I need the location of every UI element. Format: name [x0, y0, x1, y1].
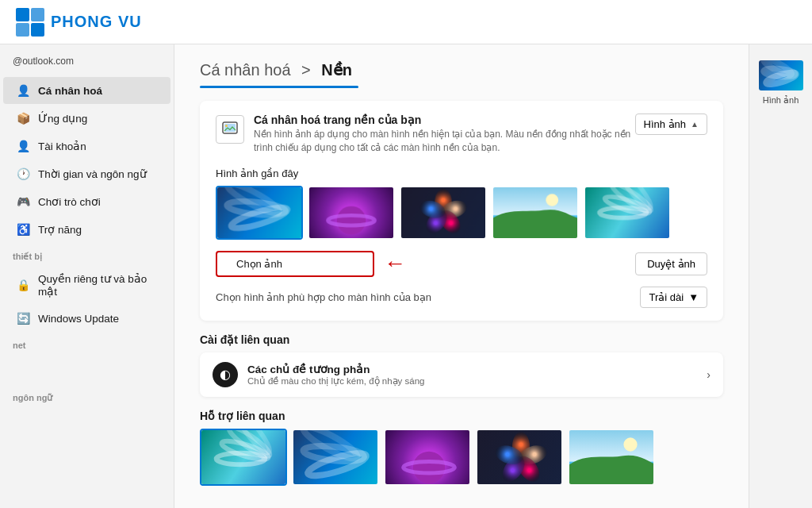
sidebar-item-tai-khoan[interactable]: 👤 Tài khoản — [3, 133, 170, 160]
fit-dropdown[interactable]: Trải dài ▼ — [640, 287, 707, 308]
tai-khoan-icon: 👤 — [16, 139, 30, 153]
sidebar-item-quyen-rieng-tu-label: Quyền riêng tư và bảo mật — [38, 272, 158, 298]
fit-option-label: Trải dài — [649, 291, 684, 303]
chevron-down-icon: ▼ — [688, 291, 699, 303]
sidebar-item-choi-tro-choi[interactable]: 🎮 Chơi trò chơi — [3, 188, 170, 215]
windows-update-icon: 🔄 — [16, 311, 30, 325]
related-section-label: Cài đặt liên quan — [200, 333, 723, 346]
sidebar-item-windows-update[interactable]: 🔄 Windows Update — [3, 305, 170, 332]
bg-section-left: Cá nhân hoá trang nền của bạn Nền hình ả… — [216, 114, 634, 155]
page-title-bar: Cá nhân hoá > Nền — [174, 44, 749, 88]
content-area: Cá nhân hoá > Nền — [174, 44, 749, 508]
svg-point-6 — [225, 125, 228, 127]
right-panel-thumb — [759, 60, 803, 90]
sidebar-bottom-label: ngôn ngữ — [0, 385, 174, 406]
right-panel-label: Hình ảnh — [763, 95, 799, 106]
ca-nhan-hoa-icon: 👤 — [16, 83, 30, 98]
svg-rect-1 — [31, 8, 44, 21]
svg-rect-3 — [31, 23, 44, 37]
related-item-title: Các chủ đề tương phản — [247, 363, 424, 375]
bg-section-text: Cá nhân hoá trang nền của bạn Nền hình ả… — [254, 114, 634, 155]
ung-dung-icon: 📦 — [16, 111, 30, 125]
recent-images-row — [216, 186, 707, 240]
bg-section-description: Nền hình ảnh áp dụng cho màn hình nền hi… — [254, 128, 634, 155]
choose-photo-button[interactable]: Chọn ảnh — [216, 251, 374, 277]
sidebar-item-ung-dung-label: Ứng dụng — [38, 112, 87, 125]
recent-thumb-4[interactable] — [492, 186, 579, 240]
recent-images-label: Hình ảnh gần đây — [216, 167, 707, 179]
sidebar-section-net: net — [0, 333, 174, 353]
related-item-contrast[interactable]: ◐ Các chủ đề tương phản Chủ đề màu cho t… — [200, 352, 723, 397]
recent-thumb-5[interactable] — [584, 186, 671, 240]
choi-tro-choi-icon: 🎮 — [16, 194, 30, 209]
sidebar-item-windows-update-label: Windows Update — [38, 313, 119, 325]
related-item-description: Chủ đề màu cho thị lực kém, độ nhạy sáng — [247, 375, 424, 387]
bg-type-dropdown[interactable]: Hình ảnh ▲ — [635, 114, 707, 135]
sidebar-item-quyen-rieng-tu[interactable]: 🔒 Quyền riêng tư và bảo mật — [3, 266, 170, 304]
sidebar: @outlook.com 👤 Cá nhân hoá 📦 Ứng dụng 👤 … — [0, 44, 174, 508]
sidebar-item-choi-tro-choi-label: Chơi trò chơi — [38, 195, 101, 208]
logo-text: PHONG VU — [51, 13, 142, 31]
sidebar-item-thoi-gian-label: Thời gian và ngôn ngữ — [38, 167, 147, 180]
quyen-rieng-tu-icon: 🔒 — [16, 278, 30, 292]
hotro-thumb-5[interactable] — [568, 429, 655, 486]
right-panel: Hình ảnh — [749, 44, 812, 508]
sidebar-user-email: @outlook.com — [0, 52, 174, 76]
bg-type-label: Hình ảnh — [644, 118, 687, 130]
sidebar-item-ca-nhan-hoa[interactable]: 👤 Cá nhân hoá — [3, 77, 170, 104]
bg-section-title: Cá nhân hoá trang nền của bạn — [254, 114, 634, 126]
bg-section-header: Cá nhân hoá trang nền của bạn Nền hình ả… — [216, 114, 707, 155]
related-section: Cài đặt liên quan ◐ Các chủ đề tương phả… — [200, 333, 723, 397]
sidebar-item-tro-nang[interactable]: ♿ Trợ năng — [3, 216, 170, 243]
phongvu-logo-icon — [16, 8, 44, 37]
related-item-text: Các chủ đề tương phản Chủ đề màu cho thị… — [247, 363, 424, 387]
related-card: ◐ Các chủ đề tương phản Chủ đề màu cho t… — [200, 352, 723, 397]
hotro-thumb-4[interactable] — [476, 429, 563, 486]
breadcrumb-current: Nền — [321, 61, 352, 79]
hotro-section: Hỗ trợ liên quan — [200, 410, 723, 486]
choose-photo-row: Chọn ảnh ← Duyệt ảnh — [216, 251, 707, 277]
chevron-up-icon: ▲ — [691, 120, 699, 129]
title-underline — [200, 86, 358, 88]
hotro-thumb-3[interactable] — [384, 429, 471, 486]
logo-area: PHONG VU — [16, 8, 142, 37]
sidebar-item-tro-nang-label: Trợ năng — [38, 223, 82, 236]
sidebar-item-thoi-gian[interactable]: 🕐 Thời gian và ngôn ngữ — [3, 160, 170, 187]
hotro-label: Hỗ trợ liên quan — [200, 410, 723, 422]
recent-thumb-1[interactable] — [216, 186, 303, 240]
sidebar-item-tai-khoan-label: Tài khoản — [38, 140, 86, 152]
bg-section-icon — [216, 115, 244, 144]
sidebar-item-ung-dung[interactable]: 📦 Ứng dụng — [3, 105, 170, 132]
tro-nang-icon: ♿ — [16, 222, 30, 237]
hotro-thumb-2[interactable] — [292, 429, 379, 486]
sidebar-item-ca-nhan-hoa-label: Cá nhân hoá — [38, 85, 102, 97]
related-item-chevron-icon: › — [707, 368, 710, 381]
browse-button[interactable]: Duyệt ảnh — [635, 252, 707, 275]
contrast-icon: ◐ — [213, 362, 238, 387]
recent-thumb-2[interactable] — [308, 186, 395, 240]
svg-rect-0 — [16, 8, 29, 21]
breadcrumb-parent: Cá nhân hoá — [200, 61, 291, 79]
fit-row-text: Chọn hình ảnh phù hợp cho màn hình của b… — [216, 291, 431, 303]
hotro-images-row — [200, 429, 723, 486]
fit-row: Chọn hình ảnh phù hợp cho màn hình của b… — [216, 287, 707, 308]
sidebar-section-thiet-bi: thiết bị — [0, 244, 174, 265]
breadcrumb-sep: > — [301, 61, 311, 79]
breadcrumb: Cá nhân hoá > Nền — [200, 60, 723, 79]
recent-thumb-3[interactable] — [400, 186, 487, 240]
hotro-thumb-1[interactable] — [200, 429, 287, 486]
svg-rect-2 — [16, 23, 29, 37]
background-settings-card: Cá nhân hoá trang nền của bạn Nền hình ả… — [200, 101, 723, 321]
thoi-gian-icon: 🕐 — [16, 167, 30, 181]
main-layout: @outlook.com 👤 Cá nhân hoá 📦 Ứng dụng 👤 … — [0, 44, 812, 508]
arrow-right-icon: ← — [384, 251, 406, 276]
bg-type-selector[interactable]: Hình ảnh ▲ — [635, 114, 707, 135]
top-header: PHONG VU — [0, 0, 812, 44]
